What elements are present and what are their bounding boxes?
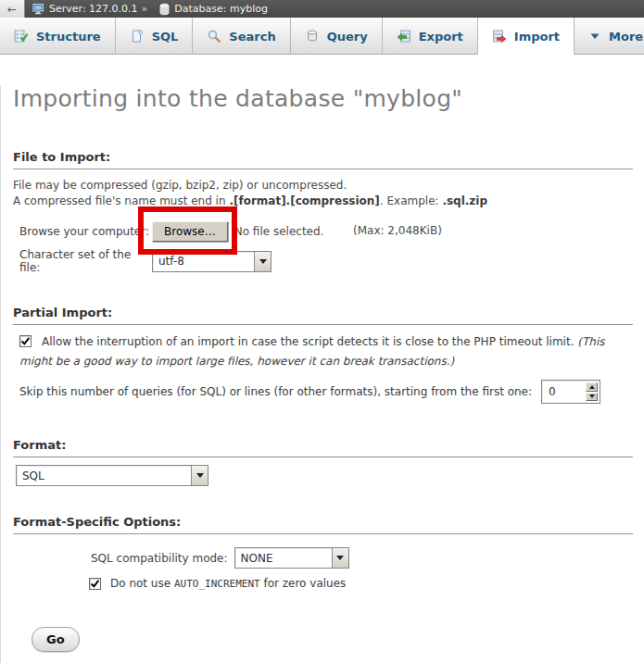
format-select[interactable]: SQL — [16, 465, 208, 486]
tab-search[interactable]: Search — [193, 18, 290, 55]
tab-export[interactable]: Export — [383, 18, 478, 55]
server-icon — [32, 3, 45, 16]
file-import-description: File may be compressed (gzip, bzip2, zip… — [13, 178, 637, 209]
tab-import-label: Import — [514, 30, 560, 44]
sql-icon — [130, 29, 145, 44]
search-icon — [207, 29, 221, 44]
browse-label: Browse your computer: — [19, 225, 152, 238]
go-button[interactable]: Go — [32, 627, 80, 652]
no-file-selected-text: No file selected. — [234, 225, 324, 238]
sql-compatibility-label: SQL compatibility mode: — [91, 552, 228, 565]
chevron-down-icon — [588, 30, 601, 43]
tab-more-label: More — [609, 30, 643, 44]
allow-interruption-row: Allow the interruption of an import in c… — [19, 332, 637, 371]
stepper-up-icon[interactable] — [586, 382, 598, 392]
section-heading-format-specific-options: Format-Specific Options: — [13, 515, 633, 534]
auto-increment-checkbox[interactable] — [89, 578, 101, 590]
import-page: Importing into the database "myblog" Fil… — [0, 85, 644, 663]
max-size-note: (Max: 2,048KiB) — [353, 224, 442, 237]
compression-info-line: File may be compressed (gzip, bzip2, zip… — [13, 179, 347, 192]
auto-increment-row: Do not use AUTO_INCREMENT for zero value… — [89, 577, 637, 590]
left-arrow-icon: ← — [7, 3, 17, 16]
import-icon — [492, 29, 507, 44]
tab-sql-label: SQL — [152, 30, 179, 44]
charset-row: Character set of the file: utf-8 — [19, 250, 637, 272]
chevron-down-icon[interactable] — [191, 466, 208, 485]
auto-increment-label: Do not use AUTO_INCREMENT for zero value… — [110, 577, 346, 590]
allow-interruption-checkbox[interactable] — [19, 335, 32, 347]
section-heading-partial-import: Partial Import: — [13, 306, 633, 325]
charset-select-value: utf-8 — [153, 252, 254, 271]
breadcrumb-server[interactable]: Server: 127.0.0.1 — [49, 3, 138, 15]
format-select-value: SQL — [17, 466, 191, 485]
charset-select[interactable]: utf-8 — [152, 251, 271, 272]
export-icon — [397, 29, 411, 44]
chevron-down-icon[interactable] — [254, 252, 271, 271]
tab-more[interactable]: More — [575, 18, 644, 55]
breadcrumb-separator: » — [142, 3, 148, 15]
naming-info-line: A compressed file's name must end in .[f… — [13, 194, 487, 207]
stepper-buttons — [584, 381, 600, 403]
tab-structure[interactable]: Structure — [0, 18, 116, 55]
sql-compatibility-select[interactable]: NONE — [234, 547, 349, 569]
tab-export-label: Export — [419, 30, 463, 44]
structure-icon — [14, 29, 29, 44]
skip-queries-label: Skip this number of queries (for SQL) or… — [19, 385, 532, 398]
sql-compatibility-row: SQL compatibility mode: NONE — [91, 547, 637, 569]
browse-file-row: Browse your computer: Browse… No file se… — [19, 220, 637, 243]
chevron-down-icon[interactable] — [332, 548, 348, 568]
page-title: Importing into the database "myblog" — [13, 85, 637, 112]
tab-structure-label: Structure — [36, 30, 101, 44]
tab-query[interactable]: Query — [291, 18, 383, 55]
tab-query-label: Query — [327, 30, 368, 44]
tab-sql[interactable]: SQL — [116, 18, 194, 55]
section-heading-file-to-import: File to Import: — [13, 150, 633, 169]
skip-queries-row: Skip this number of queries (for SQL) or… — [19, 380, 637, 404]
section-heading-format: Format: — [13, 438, 633, 457]
sql-compatibility-value: NONE — [235, 548, 332, 568]
tab-search-label: Search — [229, 30, 275, 44]
format-row: SQL — [16, 465, 637, 486]
breadcrumb-bar: ← Server: 127.0.0.1 » Database: myblog — [0, 0, 644, 18]
back-button[interactable]: ← — [0, 0, 25, 18]
allow-interruption-label: Allow the interruption of an import in c… — [19, 335, 605, 368]
browse-button[interactable]: Browse… — [152, 221, 228, 242]
tab-bar: Structure SQL Search Query — [0, 18, 644, 55]
breadcrumb-database[interactable]: Database: myblog — [174, 3, 268, 15]
skip-queries-value: 0 — [542, 381, 584, 403]
query-icon — [305, 29, 320, 44]
skip-queries-stepper[interactable]: 0 — [541, 380, 600, 404]
tab-import[interactable]: Import — [478, 18, 575, 55]
charset-label: Character set of the file: — [19, 248, 152, 274]
stepper-down-icon[interactable] — [586, 393, 598, 402]
database-icon — [158, 3, 170, 16]
